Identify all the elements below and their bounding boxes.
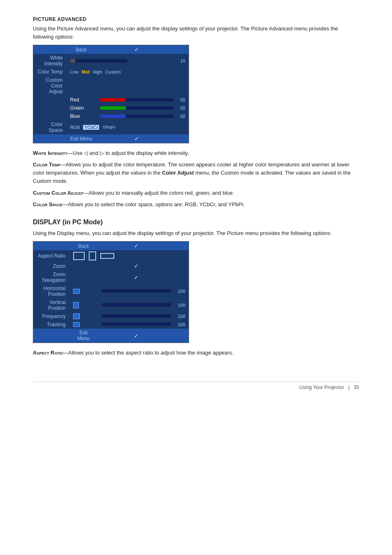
color-space-options: RGB YCbCr YPbPr — [70, 125, 185, 130]
display-exit-label: Exit Menu — [70, 329, 98, 343]
aspect-short-icon — [100, 253, 114, 259]
zoom-row[interactable]: Zoom ✓ — [33, 262, 189, 270]
red-label: Red — [67, 96, 97, 104]
red-slider — [100, 98, 174, 102]
color-temp-row[interactable]: Color Temp Low Mid High Custom — [33, 68, 189, 76]
display-back-label: Back — [70, 242, 98, 251]
color-temp-term: Color Temp — [33, 161, 60, 168]
frequency-value: 100 — [175, 312, 189, 320]
aspect-ratio-body: Aspect Ratio—Allows you to select the as… — [33, 349, 359, 357]
blue-slider — [100, 114, 174, 118]
horiz-pos-value: 100 — [175, 284, 189, 298]
aspect-icons — [73, 251, 185, 260]
tracking-label: Tracking — [33, 320, 70, 329]
green-row[interactable]: Green 50 — [33, 104, 189, 112]
back-text: Back — [67, 45, 97, 54]
exit-label: Exit Menu — [67, 134, 97, 143]
color-temp-options: Low Mid High Custom — [70, 69, 185, 74]
horiz-slider-cell — [98, 284, 175, 298]
freq-icon-cell — [70, 312, 98, 320]
tracking-value: 100 — [175, 320, 189, 329]
horiz-pos-label: Horizontal Position — [33, 284, 70, 298]
aspect-ratio-options — [70, 250, 189, 262]
display-exit-check: ✓ — [98, 329, 175, 343]
aspect-tall-icon — [89, 251, 96, 260]
tracking-slider-cell — [98, 320, 175, 329]
white-intensity-bar-cell — [67, 54, 177, 68]
vert-slider-cell — [98, 298, 175, 312]
display-back-check: ✓ — [98, 242, 175, 251]
menu-back-row[interactable]: Back ✓ — [33, 45, 189, 54]
white-intensity-row[interactable]: White Intensity 10 — [33, 54, 189, 68]
display-pc-desc: Using the Display menu, you can adjust t… — [33, 229, 359, 237]
footer-page: 35 — [354, 385, 359, 390]
exit-check: ✓ — [97, 134, 177, 143]
frequency-icon — [73, 313, 80, 319]
freq-slider-cell — [98, 312, 175, 320]
color-temp-low: Low — [70, 69, 78, 74]
tracking-icon-cell — [70, 320, 98, 329]
green-value: 50 — [177, 104, 189, 112]
color-temp-body: Color Temp—Allows you to adjust the colo… — [33, 161, 359, 185]
page-footer: Using Your Projector | 35 — [33, 382, 359, 390]
vert-pos-row[interactable]: Vertical Position 100 — [33, 298, 189, 312]
blue-label: Blue — [67, 112, 97, 120]
wi-fill — [71, 59, 75, 62]
red-value: 50 — [177, 96, 189, 104]
vert-pos-value: 100 — [175, 298, 189, 312]
vert-icon-cell — [70, 298, 98, 312]
frequency-row[interactable]: Frequency 100 — [33, 312, 189, 320]
aspect-ratio-row[interactable]: Aspect Ratio — [33, 250, 189, 262]
tracking-icon — [73, 322, 80, 327]
cs-rgb: RGB — [70, 125, 80, 130]
zoom-nav-label: Zoom Navigation — [33, 270, 70, 284]
blue-row[interactable]: Blue 50 — [33, 112, 189, 120]
color-temp-label: Color Temp — [33, 68, 67, 76]
white-intensity-bar — [70, 59, 174, 63]
display-exit-row[interactable]: Exit Menu ✓ — [33, 329, 189, 343]
tracking-row[interactable]: Tracking 100 — [33, 320, 189, 329]
green-slider-cell — [97, 104, 177, 112]
color-space-row[interactable]: Color Space RGB YCbCr YPbPr — [33, 120, 189, 134]
frequency-label: Frequency — [33, 312, 70, 320]
horiz-pos-icon — [73, 289, 80, 294]
picture-advanced-menu: Back ✓ White Intensity 10 Color Temp Low… — [33, 45, 189, 143]
aspect-wide-icon — [73, 252, 85, 260]
picture-advanced-section: PICTURE ADVANCED Using the Picture Advan… — [33, 16, 359, 209]
red-slider-cell — [97, 96, 177, 104]
display-back-row[interactable]: Back ✓ — [33, 242, 189, 251]
custom-color-row[interactable]: Custom Color Adjust — [33, 76, 189, 96]
aspect-ratio-term: Aspect Ratio — [33, 350, 63, 356]
cs-ycbcr: YCbCr — [83, 125, 99, 130]
white-intensity-label: White Intensity — [33, 54, 67, 68]
color-temp-mid: Mid — [82, 69, 90, 74]
blue-slider-cell — [97, 112, 177, 120]
picture-advanced-title: PICTURE ADVANCED — [33, 16, 359, 22]
blue-value: 50 — [177, 112, 189, 120]
wi-track — [70, 59, 128, 63]
custom-color-label: Custom Color Adjust — [33, 76, 67, 96]
horiz-icon-cell — [70, 284, 98, 298]
zoom-nav-check: ✓ — [98, 270, 175, 284]
white-intensity-value: 10 — [177, 54, 189, 68]
picture-advanced-desc: Using the Picture Advanced menu, you can… — [33, 25, 359, 41]
horiz-pos-row[interactable]: Horizontal Position 100 — [33, 284, 189, 298]
green-label: Green — [67, 104, 97, 112]
display-pc-title: DISPLAY (in PC Mode) — [33, 219, 359, 226]
custom-color-term: Custom Color Adjust — [33, 190, 83, 196]
exit-menu-row[interactable]: Exit Menu ✓ — [33, 134, 189, 143]
footer-text: Using Your Projector — [299, 385, 344, 390]
red-row[interactable]: Red 50 — [33, 96, 189, 104]
back-label — [33, 45, 67, 54]
back-check: ✓ — [97, 45, 177, 54]
color-temp-custom: Custom — [105, 69, 121, 74]
vert-pos-icon — [73, 302, 79, 309]
color-space-body: Color Space—Allows you to select the col… — [33, 200, 359, 209]
custom-color-body: Custom Color Adjust—Allows you to manual… — [33, 189, 359, 197]
footer-separator: | — [348, 385, 350, 390]
zoom-label: Zoom — [33, 262, 70, 270]
zoom-nav-row[interactable]: Zoom Navigation ✓ — [33, 270, 189, 284]
display-pc-section: DISPLAY (in PC Mode) Using the Display m… — [33, 219, 359, 357]
color-temp-high: High — [93, 69, 102, 74]
aspect-ratio-label: Aspect Ratio — [33, 250, 70, 262]
